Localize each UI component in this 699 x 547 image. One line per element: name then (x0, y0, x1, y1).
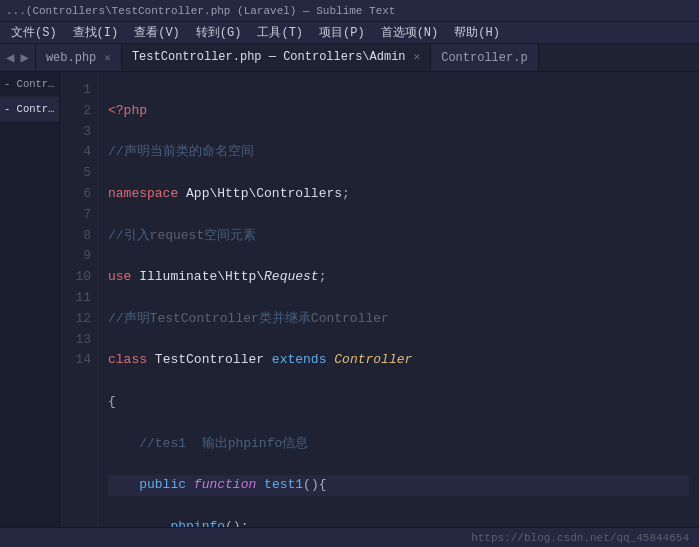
code-line-2: //声明当前类的命名空间 (108, 142, 689, 163)
status-url: https://blog.csdn.net/qq_45844654 (471, 532, 689, 544)
code-line-1: <?php (108, 101, 689, 122)
code-area[interactable]: 1 2 3 4 5 6 7 8 9 10 11 12 13 14 <?php /… (60, 72, 699, 527)
tab-label: Controller.p (441, 51, 527, 65)
tab-web-php[interactable]: web.php ✕ (36, 44, 122, 71)
nav-arrows: ◀ ▶ (0, 44, 36, 71)
code-line-4: //引入request空间元素 (108, 226, 689, 247)
nav-forward[interactable]: ▶ (18, 49, 30, 66)
tab-label: TestController.php — Controllers\Admin (132, 50, 406, 64)
code-line-10: public function test1(){ (108, 475, 689, 496)
menu-help[interactable]: 帮助(H) (447, 22, 507, 43)
line-numbers: 1 2 3 4 5 6 7 8 9 10 11 12 13 14 (60, 72, 98, 527)
menu-view[interactable]: 查看(V) (127, 22, 187, 43)
sidebar: - Controll - Control (0, 72, 60, 527)
code-line-11: phpinfo(); (108, 517, 689, 527)
title-bar: ...(Controllers\TestController.php (Lara… (0, 0, 699, 22)
main-area: - Controll - Control 1 2 3 4 5 6 7 8 9 1… (0, 72, 699, 527)
tab-controller[interactable]: Controller.p (431, 44, 538, 71)
code-line-3: namespace App\Http\Controllers; (108, 184, 689, 205)
nav-back[interactable]: ◀ (4, 49, 16, 66)
code-content[interactable]: <?php //声明当前类的命名空间 namespace App\Http\Co… (98, 72, 699, 527)
code-line-7: class TestController extends Controller (108, 350, 689, 371)
tab-testcontroller[interactable]: TestController.php — Controllers\Admin ✕ (122, 44, 431, 71)
status-bar: https://blog.csdn.net/qq_45844654 (0, 527, 699, 547)
menu-tools[interactable]: 工具(T) (250, 22, 310, 43)
code-line-9: //tes1 输出phpinfo信息 (108, 434, 689, 455)
code-line-5: use Illuminate\Http\Request; (108, 267, 689, 288)
menu-project[interactable]: 项目(P) (312, 22, 372, 43)
tab-close-icon[interactable]: ✕ (104, 51, 111, 64)
code-line-6: //声明TestController类并继承Controller (108, 309, 689, 330)
menu-goto[interactable]: 转到(G) (189, 22, 249, 43)
menu-prefs[interactable]: 首选项(N) (374, 22, 446, 43)
tabs-bar: ◀ ▶ web.php ✕ TestController.php — Contr… (0, 44, 699, 72)
tab-label: web.php (46, 51, 96, 65)
menu-bar: 文件(S) 查找(I) 查看(V) 转到(G) 工具(T) 项目(P) 首选项(… (0, 22, 699, 44)
tab-close-icon[interactable]: ✕ (414, 50, 421, 63)
sidebar-item-controller-active[interactable]: - Control (0, 97, 59, 122)
title-text: ...(Controllers\TestController.php (Lara… (6, 5, 395, 17)
sidebar-item-controllers[interactable]: - Controll (0, 72, 59, 97)
code-line-8: { (108, 392, 689, 413)
menu-find[interactable]: 查找(I) (66, 22, 126, 43)
menu-file[interactable]: 文件(S) (4, 22, 64, 43)
